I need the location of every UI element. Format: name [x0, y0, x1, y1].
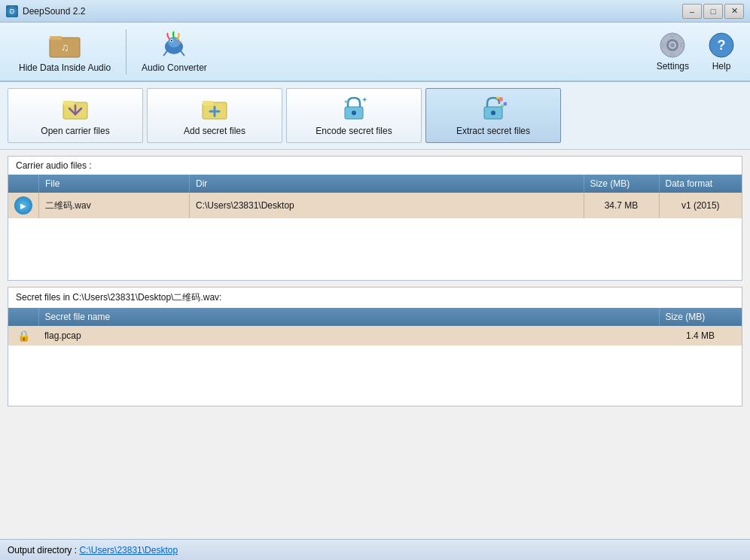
carrier-table: File Dir Size (MB) Data format ▶ 二维码.wav…	[8, 175, 742, 218]
secret-col-name: Secret file name	[38, 308, 659, 326]
svg-point-32	[501, 105, 504, 108]
main-toolbar: ♫ Hide Data Inside Audio Audio Con	[0, 23, 750, 82]
carrier-col-icon	[8, 175, 39, 193]
settings-icon	[659, 32, 686, 59]
carrier-row-icon: ▶	[8, 193, 39, 218]
carrier-col-size: Size (MB)	[584, 175, 659, 193]
help-icon: ?	[708, 32, 735, 59]
toolbar-separator	[126, 29, 127, 75]
settings-button[interactable]: Settings	[649, 28, 697, 75]
carrier-title: Carrier audio files :	[8, 157, 742, 175]
svg-text:✦: ✦	[343, 99, 349, 105]
carrier-col-dir: Dir	[190, 175, 584, 193]
app-icon: D	[6, 5, 18, 17]
audio-converter-label: Audio Converter	[142, 62, 207, 73]
settings-label: Settings	[657, 61, 689, 72]
svg-point-31	[504, 102, 508, 106]
extract-label: Extract secret files	[456, 126, 530, 136]
secret-col-lock	[8, 308, 38, 326]
open-carrier-button[interactable]: Open carrier files	[8, 88, 143, 143]
minimize-button[interactable]: –	[682, 4, 702, 19]
carrier-row-file: 二维码.wav	[39, 193, 190, 218]
secret-row-size: 1.4 MB	[659, 326, 742, 345]
maximize-button[interactable]: □	[703, 4, 723, 19]
hide-data-button[interactable]: ♫ Hide Data Inside Audio	[8, 26, 122, 77]
help-label: Help	[712, 61, 731, 72]
hide-data-label: Hide Data Inside Audio	[19, 62, 111, 73]
open-carrier-label: Open carrier files	[41, 126, 109, 136]
secret-row-name: flag.pcap	[38, 326, 659, 345]
lock-icon: 🔒	[17, 330, 30, 342]
svg-rect-12	[681, 44, 684, 47]
svg-rect-9	[671, 33, 674, 37]
carrier-row-size: 34.7 MB	[584, 193, 659, 218]
open-carrier-icon	[62, 95, 89, 122]
close-button[interactable]: ✕	[724, 4, 744, 19]
add-secret-icon	[201, 95, 228, 122]
secret-row[interactable]: 🔒 flag.pcap 1.4 MB	[8, 326, 742, 345]
add-secret-button[interactable]: Add secret files	[147, 88, 282, 143]
add-secret-label: Add secret files	[184, 126, 245, 136]
hide-data-icon: ♫	[47, 30, 83, 60]
svg-text:♫: ♫	[61, 41, 69, 53]
carrier-col-file: File	[39, 175, 190, 193]
extract-icon	[480, 95, 507, 122]
carrier-body: File Dir Size (MB) Data format ▶ 二维码.wav…	[8, 175, 742, 280]
secret-title: Secret files in C:\Users\23831\Desktop\二…	[8, 288, 742, 308]
carrier-section: Carrier audio files : File Dir Size (MB)…	[8, 156, 742, 281]
svg-rect-18	[63, 101, 74, 105]
svg-point-25	[352, 111, 356, 115]
encode-icon: ✦ ✦	[340, 95, 367, 122]
svg-point-29	[491, 111, 495, 115]
encode-label: Encode secret files	[316, 126, 392, 136]
help-button[interactable]: ? Help	[700, 28, 742, 75]
svg-text:✦: ✦	[361, 96, 367, 104]
carrier-row-format: v1 (2015)	[659, 193, 742, 218]
encode-button[interactable]: ✦ ✦ Encode secret files	[286, 88, 422, 143]
toolbar-right: Settings ? Help	[649, 28, 742, 75]
carrier-row-dir: C:\Users\23831\Desktop	[190, 193, 584, 218]
play-icon: ▶	[14, 196, 32, 215]
audio-converter-button[interactable]: Audio Converter	[130, 26, 218, 77]
output-dir-label: Output directory :	[8, 545, 77, 555]
svg-point-6	[171, 40, 172, 41]
svg-rect-11	[660, 44, 664, 47]
svg-point-33	[496, 96, 499, 99]
svg-point-14	[670, 43, 675, 47]
output-dir-path[interactable]: C:\Users\23831\Desktop	[79, 545, 178, 555]
secret-table: Secret file name Size (MB) 🔒 flag.pcap 1…	[8, 308, 742, 345]
status-bar: Output directory : C:\Users\23831\Deskto…	[0, 539, 750, 560]
carrier-row[interactable]: ▶ 二维码.wav C:\Users\23831\Desktop 34.7 MB…	[8, 193, 742, 218]
secret-section: Secret files in C:\Users\23831\Desktop\二…	[8, 287, 742, 406]
window-controls: – □ ✕	[682, 4, 744, 19]
secret-col-size: Size (MB)	[659, 308, 742, 326]
extract-button[interactable]: Extract secret files	[425, 88, 561, 143]
title-bar: D DeepSound 2.2 – □ ✕	[0, 0, 750, 23]
svg-rect-10	[671, 53, 674, 57]
svg-text:?: ?	[718, 38, 726, 53]
secret-row-icon: 🔒	[8, 326, 38, 345]
audio-converter-icon	[156, 30, 192, 60]
svg-rect-1	[50, 36, 62, 40]
panels-container: Carrier audio files : File Dir Size (MB)…	[0, 150, 750, 412]
carrier-col-format: Data format	[659, 175, 742, 193]
svg-rect-21	[203, 101, 213, 105]
action-row: Open carrier files Add secret files ✦ ✦	[0, 82, 750, 150]
secret-body: Secret file name Size (MB) 🔒 flag.pcap 1…	[8, 308, 742, 406]
app-title: DeepSound 2.2	[23, 6, 85, 17]
